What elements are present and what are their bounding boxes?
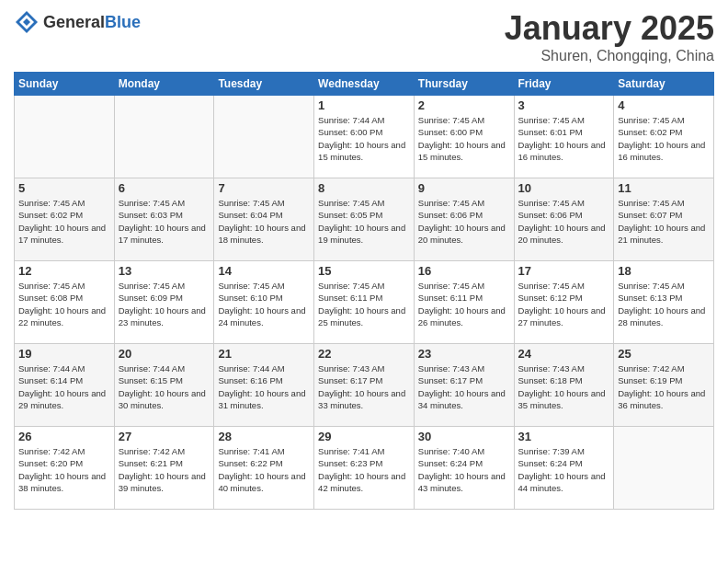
day-info: Sunrise: 7:45 AM Sunset: 6:12 PM Dayligh… <box>518 280 610 328</box>
day-number: 13 <box>119 264 210 278</box>
day-number: 21 <box>218 347 310 361</box>
day-info: Sunrise: 7:45 AM Sunset: 6:11 PM Dayligh… <box>418 280 510 328</box>
calendar-day-cell: 17Sunrise: 7:45 AM Sunset: 6:12 PM Dayli… <box>514 261 614 344</box>
day-number: 20 <box>119 347 210 361</box>
day-number: 17 <box>518 264 610 278</box>
day-info: Sunrise: 7:43 AM Sunset: 6:18 PM Dayligh… <box>518 362 610 411</box>
calendar-day-cell: 26Sunrise: 7:42 AM Sunset: 6:20 PM Dayli… <box>15 427 115 510</box>
calendar-day-cell: 30Sunrise: 7:40 AM Sunset: 6:24 PM Dayli… <box>414 427 514 510</box>
day-number: 1 <box>318 98 410 112</box>
day-number: 29 <box>318 430 410 443</box>
day-info: Sunrise: 7:44 AM Sunset: 6:15 PM Dayligh… <box>119 362 210 411</box>
weekday-header: Thursday <box>414 73 514 96</box>
day-info: Sunrise: 7:45 AM Sunset: 6:00 PM Dayligh… <box>418 114 510 163</box>
calendar-table: SundayMondayTuesdayWednesdayThursdayFrid… <box>14 72 714 510</box>
day-info: Sunrise: 7:43 AM Sunset: 6:17 PM Dayligh… <box>418 362 510 411</box>
day-number: 19 <box>18 347 110 361</box>
day-number: 30 <box>418 430 510 443</box>
calendar-day-cell: 31Sunrise: 7:39 AM Sunset: 6:24 PM Dayli… <box>514 427 614 510</box>
calendar-day-cell: 8Sunrise: 7:45 AM Sunset: 6:05 PM Daylig… <box>314 178 415 261</box>
weekday-header: Tuesday <box>214 73 314 96</box>
day-number: 4 <box>618 98 710 112</box>
day-info: Sunrise: 7:44 AM Sunset: 6:14 PM Dayligh… <box>18 362 110 411</box>
logo-blue: Blue <box>105 13 141 31</box>
calendar-day-cell: 21Sunrise: 7:44 AM Sunset: 6:16 PM Dayli… <box>214 344 314 427</box>
day-info: Sunrise: 7:42 AM Sunset: 6:19 PM Dayligh… <box>618 362 710 411</box>
day-number: 6 <box>119 181 210 195</box>
calendar-week-row: 1Sunrise: 7:44 AM Sunset: 6:00 PM Daylig… <box>15 96 714 178</box>
day-info: Sunrise: 7:45 AM Sunset: 6:02 PM Dayligh… <box>618 114 710 163</box>
day-number: 25 <box>618 347 710 361</box>
day-number: 14 <box>218 264 310 278</box>
calendar-day-cell: 23Sunrise: 7:43 AM Sunset: 6:17 PM Dayli… <box>414 344 514 427</box>
weekday-header: Saturday <box>614 73 714 96</box>
day-number: 9 <box>418 181 510 195</box>
calendar-day-cell: 16Sunrise: 7:45 AM Sunset: 6:11 PM Dayli… <box>414 261 514 344</box>
day-info: Sunrise: 7:41 AM Sunset: 6:23 PM Dayligh… <box>318 445 410 494</box>
calendar-day-cell: 5Sunrise: 7:45 AM Sunset: 6:02 PM Daylig… <box>15 178 115 261</box>
calendar-day-cell: 1Sunrise: 7:44 AM Sunset: 6:00 PM Daylig… <box>314 96 415 178</box>
logo: GeneralBlue <box>14 9 141 35</box>
day-info: Sunrise: 7:45 AM Sunset: 6:06 PM Dayligh… <box>418 197 510 246</box>
calendar-day-cell: 9Sunrise: 7:45 AM Sunset: 6:06 PM Daylig… <box>414 178 514 261</box>
day-info: Sunrise: 7:45 AM Sunset: 6:09 PM Dayligh… <box>119 280 210 328</box>
day-number: 26 <box>18 430 110 443</box>
day-info: Sunrise: 7:39 AM Sunset: 6:24 PM Dayligh… <box>518 445 610 494</box>
day-number: 11 <box>618 181 710 195</box>
calendar-day-cell: 19Sunrise: 7:44 AM Sunset: 6:14 PM Dayli… <box>15 344 115 427</box>
day-info: Sunrise: 7:45 AM Sunset: 6:04 PM Dayligh… <box>218 197 310 246</box>
calendar-day-cell <box>114 96 214 178</box>
calendar-day-cell: 12Sunrise: 7:45 AM Sunset: 6:08 PM Dayli… <box>15 261 115 344</box>
calendar-week-row: 5Sunrise: 7:45 AM Sunset: 6:02 PM Daylig… <box>15 178 714 261</box>
month-title: January 2025 <box>505 9 714 48</box>
day-info: Sunrise: 7:43 AM Sunset: 6:17 PM Dayligh… <box>318 362 410 411</box>
day-number: 12 <box>18 264 110 278</box>
calendar-day-cell: 29Sunrise: 7:41 AM Sunset: 6:23 PM Dayli… <box>314 427 415 510</box>
logo-icon <box>14 9 40 35</box>
calendar-day-cell: 14Sunrise: 7:45 AM Sunset: 6:10 PM Dayli… <box>214 261 314 344</box>
calendar-day-cell: 18Sunrise: 7:45 AM Sunset: 6:13 PM Dayli… <box>614 261 714 344</box>
calendar-day-cell: 24Sunrise: 7:43 AM Sunset: 6:18 PM Dayli… <box>514 344 614 427</box>
weekday-header: Sunday <box>15 73 115 96</box>
calendar-day-cell <box>614 427 714 510</box>
calendar-day-cell: 25Sunrise: 7:42 AM Sunset: 6:19 PM Dayli… <box>614 344 714 427</box>
day-info: Sunrise: 7:41 AM Sunset: 6:22 PM Dayligh… <box>218 445 310 494</box>
calendar-day-cell: 13Sunrise: 7:45 AM Sunset: 6:09 PM Dayli… <box>114 261 214 344</box>
calendar-day-cell: 20Sunrise: 7:44 AM Sunset: 6:15 PM Dayli… <box>114 344 214 427</box>
day-number: 5 <box>18 181 110 195</box>
day-number: 22 <box>318 347 410 361</box>
day-number: 2 <box>418 98 510 112</box>
calendar-day-cell: 6Sunrise: 7:45 AM Sunset: 6:03 PM Daylig… <box>114 178 214 261</box>
day-info: Sunrise: 7:45 AM Sunset: 6:03 PM Dayligh… <box>119 197 210 246</box>
weekday-header: Wednesday <box>314 73 415 96</box>
day-info: Sunrise: 7:45 AM Sunset: 6:08 PM Dayligh… <box>18 280 110 328</box>
day-info: Sunrise: 7:45 AM Sunset: 6:07 PM Dayligh… <box>618 197 710 246</box>
title-block: January 2025 Shuren, Chongqing, China <box>505 9 714 64</box>
day-number: 3 <box>518 98 610 112</box>
calendar-day-cell: 27Sunrise: 7:42 AM Sunset: 6:21 PM Dayli… <box>114 427 214 510</box>
day-number: 15 <box>318 264 410 278</box>
day-number: 18 <box>618 264 710 278</box>
day-info: Sunrise: 7:44 AM Sunset: 6:16 PM Dayligh… <box>218 362 310 411</box>
day-info: Sunrise: 7:45 AM Sunset: 6:02 PM Dayligh… <box>18 197 110 246</box>
day-number: 10 <box>518 181 610 195</box>
day-info: Sunrise: 7:45 AM Sunset: 6:06 PM Dayligh… <box>518 197 610 246</box>
calendar-week-row: 12Sunrise: 7:45 AM Sunset: 6:08 PM Dayli… <box>15 261 714 344</box>
day-number: 31 <box>518 430 610 443</box>
day-number: 7 <box>218 181 310 195</box>
calendar-day-cell <box>15 96 115 178</box>
day-info: Sunrise: 7:42 AM Sunset: 6:20 PM Dayligh… <box>18 445 110 494</box>
day-number: 27 <box>119 430 210 443</box>
calendar-day-cell: 22Sunrise: 7:43 AM Sunset: 6:17 PM Dayli… <box>314 344 415 427</box>
logo-name: GeneralBlue <box>43 13 141 32</box>
calendar-week-row: 19Sunrise: 7:44 AM Sunset: 6:14 PM Dayli… <box>15 344 714 427</box>
day-info: Sunrise: 7:44 AM Sunset: 6:00 PM Dayligh… <box>318 114 410 163</box>
day-number: 16 <box>418 264 510 278</box>
day-info: Sunrise: 7:42 AM Sunset: 6:21 PM Dayligh… <box>119 445 210 494</box>
calendar-body: 1Sunrise: 7:44 AM Sunset: 6:00 PM Daylig… <box>15 96 714 510</box>
day-number: 28 <box>218 430 310 443</box>
weekday-header: Friday <box>514 73 614 96</box>
calendar-day-cell: 7Sunrise: 7:45 AM Sunset: 6:04 PM Daylig… <box>214 178 314 261</box>
day-info: Sunrise: 7:45 AM Sunset: 6:01 PM Dayligh… <box>518 114 610 163</box>
calendar-day-cell: 2Sunrise: 7:45 AM Sunset: 6:00 PM Daylig… <box>414 96 514 178</box>
